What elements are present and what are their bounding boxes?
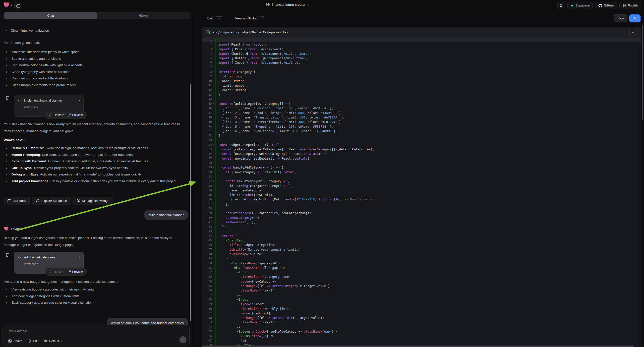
- code-line[interactable]: 28: [202, 161, 641, 165]
- code-line[interactable]: 9 id: string;: [202, 74, 641, 79]
- chat-scrollbar[interactable]: [190, 84, 191, 321]
- model-selector[interactable]: Default ⌄: [44, 339, 63, 343]
- code-line[interactable]: 32∨ const newCategoryObj: Category = {: [202, 179, 641, 184]
- code-line[interactable]: 66 <Plus size={16} />: [202, 334, 641, 338]
- code-line[interactable]: 55 onChange={(e) => setNewCategory(e.tar…: [202, 284, 641, 288]
- code-line[interactable]: 27 const [newLimit, setNewLimit] = React…: [202, 156, 641, 161]
- code-line[interactable]: 47 subtitle="Manage your spending limits…: [202, 248, 641, 252]
- preview-button[interactable]: Preview: [68, 113, 83, 117]
- code-line[interactable]: 46 title="Budget Categories": [202, 243, 641, 247]
- code-vertical-scrollbar[interactable]: [642, 25, 643, 120]
- code-line[interactable]: 14: [202, 97, 641, 102]
- code-line[interactable]: 20 { id: '5', name: 'Shopping', limit: 2…: [202, 124, 641, 129]
- exit-button[interactable]: Exit: [207, 16, 213, 20]
- code-line[interactable]: 29∨ const handleAddCategory = () => {: [202, 165, 641, 170]
- code-line[interactable]: 2import React from 'react';: [202, 42, 641, 47]
- code-line[interactable]: 60 placeholder="Monthly limit": [202, 307, 641, 311]
- restore-button[interactable]: Restore: [49, 270, 64, 274]
- fold-chevron-icon[interactable]: ∨: [212, 143, 215, 147]
- fold-chevron-icon[interactable]: ∨: [212, 102, 215, 106]
- code-line[interactable]: 10 name: string;: [202, 79, 641, 84]
- code-line[interactable]: 51 <div className="flex gap-4">: [202, 266, 641, 270]
- code-line[interactable]: 43: [202, 229, 641, 234]
- code-line[interactable]: 42 };: [202, 224, 641, 229]
- code-line[interactable]: 62 onChange={(e) => setNewLimit(e.target…: [202, 316, 641, 320]
- code-line[interactable]: 21 { id: '6', name: 'Healthcare', limit:…: [202, 129, 641, 134]
- fold-chevron-icon[interactable]: ∨: [212, 165, 215, 170]
- code-line[interactable]: 49 >: [202, 256, 641, 261]
- view-code-link[interactable]: View code: [24, 106, 80, 109]
- code-line[interactable]: 16 { id: '1', name: 'Housing', limit: 15…: [202, 106, 641, 110]
- code-line[interactable]: 3import { Plus } from 'lucide-react';: [202, 47, 641, 52]
- file-header[interactable]: src/components/budget/BudgetCategories.t…: [202, 27, 641, 38]
- code-line[interactable]: 33 id: String(categories.length + 1),: [202, 184, 641, 188]
- code-line[interactable]: 61 value={newLimit}: [202, 311, 641, 316]
- code-line[interactable]: 64 />: [202, 325, 641, 329]
- code-horizontal-scrollbar[interactable]: [202, 346, 634, 347]
- attach-button[interactable]: Attach: [8, 339, 22, 343]
- code-line[interactable]: 18 { id: '3', name: 'Transportation', li…: [202, 115, 641, 120]
- code-line[interactable]: 1: [202, 38, 641, 42]
- code-line[interactable]: 4import ChartCard from '@/components/ui/…: [202, 52, 641, 56]
- diff-toggle-button[interactable]: Diff: [629, 14, 640, 22]
- code-line[interactable]: 25 const [categories, setCategories] = R…: [202, 147, 641, 152]
- tab-history[interactable]: History: [97, 12, 190, 19]
- code-line[interactable]: 63 className="flex-1": [202, 320, 641, 324]
- code-line[interactable]: 30 if (!newCategory || !newLimit) return…: [202, 170, 641, 174]
- code-line[interactable]: 38: [202, 206, 641, 211]
- chat-input-box[interactable]: Ask Lovable... Attach Edit Default ⌄ ↑: [2, 324, 190, 346]
- code-line[interactable]: 58 <Input: [202, 298, 641, 302]
- code-line[interactable]: 44 return (: [202, 234, 641, 238]
- code-line[interactable]: 8∨interface Category {: [202, 70, 641, 74]
- code-line[interactable]: 45 <ChartCard: [202, 238, 641, 243]
- restore-button[interactable]: Restore: [49, 113, 64, 117]
- lovable-logo-icon[interactable]: [4, 2, 10, 8]
- code-line[interactable]: 34 name: newCategory,: [202, 188, 641, 193]
- send-button[interactable]: ↑: [180, 336, 186, 343]
- code-line[interactable]: 40 setNewCategory('');: [202, 216, 641, 220]
- code-line[interactable]: 57 />: [202, 293, 641, 298]
- code-line[interactable]: 41 setNewLimit('');: [202, 220, 641, 224]
- fold-chevron-icon[interactable]: ∨: [212, 179, 215, 184]
- code-line[interactable]: 31: [202, 174, 641, 179]
- code-line[interactable]: 19 { id: '4', name: 'Entertainment', lim…: [202, 120, 641, 124]
- code-line[interactable]: 36 color: '#' + Math.floor(Math.random()…: [202, 197, 641, 202]
- code-line[interactable]: 48 className="h-auto": [202, 252, 641, 256]
- code-line[interactable]: 67 Add: [202, 338, 641, 343]
- message-menu-button[interactable]: ...: [181, 227, 186, 231]
- preview-button[interactable]: Preview: [68, 270, 83, 274]
- code-line[interactable]: 22];: [202, 134, 641, 138]
- code-line[interactable]: 59 type="number": [202, 302, 641, 306]
- code-line[interactable]: 13}: [202, 92, 641, 97]
- code-line[interactable]: 11 limit: number;: [202, 84, 641, 88]
- code-line[interactable]: 39 setCategories([...categories, newCate…: [202, 211, 641, 215]
- code-line[interactable]: 24∨const BudgetCategories = () => {: [202, 143, 641, 147]
- code-line[interactable]: 56 className="flex-1": [202, 288, 641, 293]
- bookmark-icon[interactable]: [6, 253, 10, 258]
- manage-knowledge-button[interactable]: Manage knowledge: [73, 197, 113, 205]
- code-line[interactable]: 12 color: string;: [202, 88, 641, 92]
- logo-menu-chevron-icon[interactable]: ▾: [11, 4, 12, 7]
- tab-chat[interactable]: Chat: [4, 12, 97, 19]
- code-line[interactable]: 5import { Button } from '@/components/ui…: [202, 56, 641, 60]
- project-title-menu[interactable]: financial-future-creator ⌄: [266, 2, 310, 6]
- github-button[interactable]: GitHub: [595, 2, 617, 9]
- toggle-sidebar-button[interactable]: [14, 2, 22, 10]
- explore-supabase-button[interactable]: Explore Supabase: [32, 197, 70, 205]
- code-line[interactable]: 53 placeholder="Category name": [202, 274, 641, 279]
- code-editor[interactable]: 12import React from 'react';3import { Pl…: [202, 38, 641, 347]
- code-line[interactable]: 6import { Input } from '@/components/ui/…: [202, 60, 641, 65]
- code-line[interactable]: 50 <div className="space-y-6">: [202, 261, 641, 266]
- code-line[interactable]: 15∨const defaultCategories: Category[] =…: [202, 102, 641, 106]
- fold-chevron-icon[interactable]: ∨: [212, 70, 215, 74]
- edit-mode-button[interactable]: Edit: [28, 339, 38, 343]
- code-line[interactable]: 7: [202, 65, 641, 70]
- view-on-github-button[interactable]: View on GitHub: [235, 16, 258, 20]
- code-line[interactable]: 65 <Button onClick={handleAddCategory} c…: [202, 329, 641, 334]
- code-line[interactable]: 17 { id: '2', name: 'Food & Dining', lim…: [202, 111, 641, 115]
- bookmark-icon[interactable]: [6, 96, 10, 100]
- code-line[interactable]: 52 <Input: [202, 270, 641, 274]
- collapse-file-button[interactable]: [629, 29, 637, 36]
- raw-toggle-button[interactable]: Raw: [614, 14, 627, 22]
- code-line[interactable]: 54 value={newCategory}: [202, 279, 641, 284]
